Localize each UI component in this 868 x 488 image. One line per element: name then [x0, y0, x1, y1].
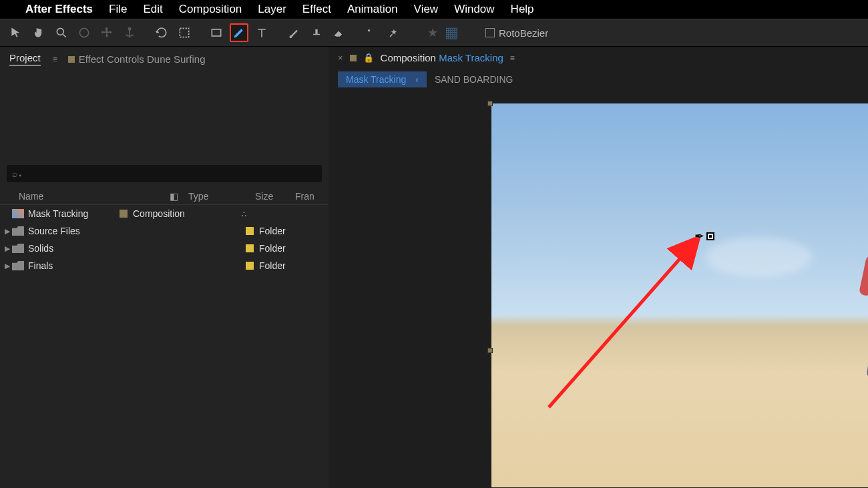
label-chip-icon	[68, 56, 75, 63]
folder-icon	[12, 226, 24, 236]
menu-help[interactable]: Help	[511, 3, 534, 16]
expand-arrow-icon[interactable]: ▶	[3, 262, 12, 270]
flowchart-icon[interactable]: ⛬	[240, 209, 326, 219]
pen-tool[interactable]	[230, 23, 248, 42]
svg-point-0	[57, 28, 63, 35]
project-table: Name ◧ Type Size Fran Mask Tracking Comp…	[0, 188, 329, 274]
label-color-icon	[246, 244, 254, 252]
folder-icon	[12, 244, 24, 253]
favorite-icon[interactable]: ★	[427, 25, 438, 40]
roto-brush-tool[interactable]	[362, 23, 381, 42]
rotate-tool[interactable]	[152, 23, 171, 42]
close-icon[interactable]: ×	[338, 53, 343, 63]
breadcrumb-active[interactable]: Mask Tracking ‹	[338, 71, 427, 87]
snap-icon[interactable]: ▦	[445, 24, 459, 41]
table-row[interactable]: Mask Tracking Composition ⛬	[0, 205, 329, 222]
menu-view[interactable]: View	[414, 3, 439, 16]
bbox-handle[interactable]	[487, 101, 493, 106]
svg-rect-3	[180, 28, 188, 37]
rectangle-tool[interactable]	[207, 23, 226, 42]
pan-behind-tool[interactable]	[97, 23, 116, 42]
footage-preview	[491, 103, 868, 487]
effect-controls-tab[interactable]: Effect Controls Dune Surfing	[68, 53, 206, 65]
panel-menu-icon[interactable]: ≡	[53, 55, 56, 64]
col-name[interactable]: Name	[3, 191, 170, 202]
col-label-icon[interactable]: ◧	[170, 191, 188, 202]
person-graphic	[857, 230, 868, 391]
menu-edit[interactable]: Edit	[144, 3, 163, 16]
col-framerate[interactable]: Fran	[295, 191, 326, 202]
label-chip-icon	[350, 55, 357, 61]
menu-layer[interactable]: Layer	[258, 3, 286, 16]
bbox-handle[interactable]	[487, 348, 493, 353]
expand-arrow-icon[interactable]: ▶	[3, 227, 12, 236]
rotobezier-toggle[interactable]: RotoBezier	[485, 27, 548, 39]
folder-icon	[12, 261, 24, 270]
breadcrumb: Mask Tracking ‹ SAND BOARDING	[329, 69, 868, 90]
menu-composition[interactable]: Composition	[179, 3, 242, 16]
svg-point-5	[368, 29, 370, 31]
composition-icon	[12, 209, 24, 218]
pen-cursor-icon: ✒	[694, 229, 714, 244]
composition-viewer[interactable]: ✒	[329, 97, 868, 488]
table-row[interactable]: ▶ Finals Folder	[0, 257, 329, 274]
orbit-tool[interactable]	[75, 23, 93, 42]
chevron-left-icon[interactable]: ‹	[415, 74, 419, 85]
project-search-input[interactable]	[7, 165, 322, 182]
col-type[interactable]: Type	[188, 191, 255, 202]
label-color-icon	[246, 227, 254, 235]
selection-tool[interactable]	[7, 23, 25, 42]
label-color-icon	[120, 210, 128, 218]
svg-point-1	[79, 28, 88, 37]
macos-menubar: After Effects File Edit Composition Laye…	[0, 0, 868, 19]
composition-panel: × 🔒 Composition Mask Tracking ≡ Mask Tra…	[329, 47, 868, 488]
app-name[interactable]: After Effects	[25, 3, 93, 16]
hand-tool[interactable]	[29, 23, 48, 42]
table-row[interactable]: ▶ Source Files Folder	[0, 222, 329, 240]
eraser-tool[interactable]	[330, 23, 349, 42]
cloud-graphic	[705, 237, 812, 277]
menu-effect[interactable]: Effect	[302, 3, 331, 16]
menu-animation[interactable]: Animation	[347, 3, 398, 16]
tool-bar: ★ ▦ RotoBezier	[0, 19, 868, 47]
composition-link[interactable]: Mask Tracking	[439, 52, 503, 63]
expand-arrow-icon[interactable]: ▶	[3, 244, 12, 253]
breadcrumb-item[interactable]: SAND BOARDING	[427, 71, 521, 87]
menu-file[interactable]: File	[109, 3, 127, 16]
col-size[interactable]: Size	[255, 191, 295, 202]
brush-tool[interactable]	[284, 23, 303, 42]
project-tab[interactable]: Project	[9, 52, 41, 66]
rotobezier-label: RotoBezier	[499, 27, 548, 39]
svg-rect-4	[212, 29, 220, 36]
panel-menu-icon[interactable]: ≡	[510, 53, 515, 63]
checkbox-icon	[485, 28, 495, 37]
mask-tool[interactable]	[175, 23, 194, 42]
zoom-tool[interactable]	[52, 23, 71, 42]
clone-stamp-tool[interactable]	[307, 23, 326, 42]
panel-title: Composition Mask Tracking	[381, 52, 503, 63]
project-panel: Project ≡ Effect Controls Dune Surfing N…	[0, 47, 329, 488]
anchor-tool[interactable]	[120, 23, 139, 42]
menu-window[interactable]: Window	[454, 3, 494, 16]
label-color-icon	[246, 262, 254, 270]
table-header[interactable]: Name ◧ Type Size Fran	[0, 188, 329, 205]
table-row[interactable]: ▶ Solids Folder	[0, 240, 329, 257]
puppet-pin-tool[interactable]	[385, 23, 403, 42]
type-tool[interactable]	[252, 23, 271, 42]
lock-icon[interactable]: 🔒	[363, 53, 374, 63]
